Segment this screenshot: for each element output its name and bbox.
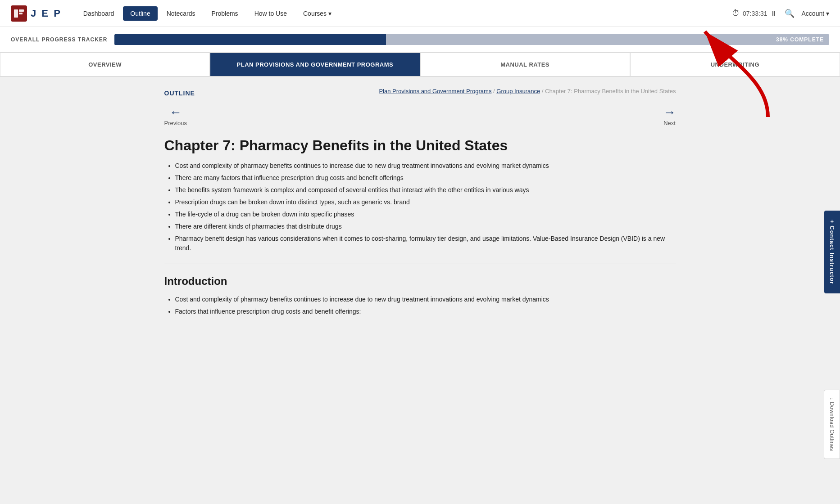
nav-outline[interactable]: Outline: [123, 6, 157, 21]
logo-icon: [11, 5, 27, 22]
logo-text: J E P: [31, 8, 62, 19]
list-item: Pharmacy benefit design has various cons…: [175, 234, 676, 253]
nav-problems[interactable]: Problems: [204, 6, 245, 21]
nav-courses[interactable]: Courses: [296, 6, 339, 21]
account-menu[interactable]: Account: [802, 10, 829, 17]
nav-arrows: ← Previous → Next: [164, 105, 676, 126]
tab-plan-provisions[interactable]: PLAN PROVISIONS AND GOVERNMENT PROGRAMS: [210, 53, 420, 76]
list-item: Factors that influence prescription drug…: [175, 307, 676, 316]
introduction-list: Cost and complexity of pharmacy benefits…: [175, 295, 676, 316]
tab-overview[interactable]: OVERVIEW: [0, 53, 210, 76]
progress-section: OVERALL PROGRESS TRACKER 38% COMPLETE: [0, 27, 840, 53]
list-item: The life-cycle of a drug can be broken d…: [175, 210, 676, 219]
svg-rect-2: [19, 13, 23, 14]
introduction-title: Introduction: [164, 275, 676, 288]
clock-icon: ⏱: [732, 9, 740, 18]
nav-how-to-use[interactable]: How to Use: [247, 6, 294, 21]
list-item: Cost and complexity of pharmacy benefits…: [175, 161, 676, 171]
previous-button[interactable]: ← Previous: [164, 105, 187, 126]
pause-icon[interactable]: ⏸: [770, 9, 777, 18]
svg-rect-0: [14, 9, 18, 18]
timer-value: 07:33:31: [743, 10, 767, 17]
list-item: There are many factors that influence pr…: [175, 173, 676, 183]
logo[interactable]: J E P: [11, 5, 62, 22]
main-nav: J E P Dashboard Outline Notecards Proble…: [0, 0, 840, 27]
chapter-bullets-list: Cost and complexity of pharmacy benefits…: [175, 161, 676, 253]
progress-label: OVERALL PROGRESS TRACKER: [11, 36, 107, 43]
previous-label: Previous: [164, 120, 187, 126]
nav-links: Dashboard Outline Notecards Problems How…: [76, 6, 732, 21]
chapter-title: Chapter 7: Pharmacy Benefits in the Unit…: [164, 137, 676, 154]
nav-right: ⏱ 07:33:31 ⏸ 🔍 Account: [732, 9, 829, 18]
search-icon[interactable]: 🔍: [785, 9, 795, 18]
right-arrow-icon: →: [663, 105, 676, 120]
tabs-section: OVERVIEW PLAN PROVISIONS AND GOVERNMENT …: [0, 53, 840, 77]
contact-instructor-button[interactable]: + Contact Instructor: [824, 211, 840, 293]
next-label: Next: [663, 120, 676, 126]
progress-text: 38% COMPLETE: [776, 36, 824, 43]
tab-manual-rates[interactable]: MANUAL RATES: [420, 53, 630, 76]
nav-dashboard[interactable]: Dashboard: [76, 6, 122, 21]
next-button[interactable]: → Next: [663, 105, 676, 126]
nav-timer: ⏱ 07:33:31 ⏸: [732, 9, 777, 18]
progress-track: 38% COMPLETE: [114, 34, 829, 45]
progress-fill: [114, 34, 386, 45]
list-item: There are different kinds of pharmacies …: [175, 222, 676, 231]
breadcrumb-part3: Chapter 7: Pharmacy Benefits in the Unit…: [545, 88, 676, 94]
svg-rect-1: [19, 9, 24, 12]
list-item: Prescription drugs can be broken down in…: [175, 198, 676, 207]
breadcrumb: Plan Provisions and Government Programs …: [379, 88, 676, 94]
main-content: OUTLINE Plan Provisions and Government P…: [150, 77, 690, 330]
breadcrumb-part2[interactable]: Group Insurance: [496, 88, 540, 94]
nav-notecards[interactable]: Notecards: [159, 6, 203, 21]
list-item: Cost and complexity of pharmacy benefits…: [175, 295, 676, 304]
tab-underwriting[interactable]: UNDERWRITING: [630, 53, 840, 76]
breadcrumb-part1[interactable]: Plan Provisions and Government Programs: [379, 88, 491, 94]
left-arrow-icon: ←: [169, 105, 182, 120]
outline-header-row: OUTLINE Plan Provisions and Government P…: [164, 88, 676, 102]
section-divider: [164, 264, 676, 264]
list-item: The benefits system framework is complex…: [175, 185, 676, 195]
breadcrumb-sep2: /: [542, 88, 545, 94]
outline-label: OUTLINE: [164, 90, 195, 97]
